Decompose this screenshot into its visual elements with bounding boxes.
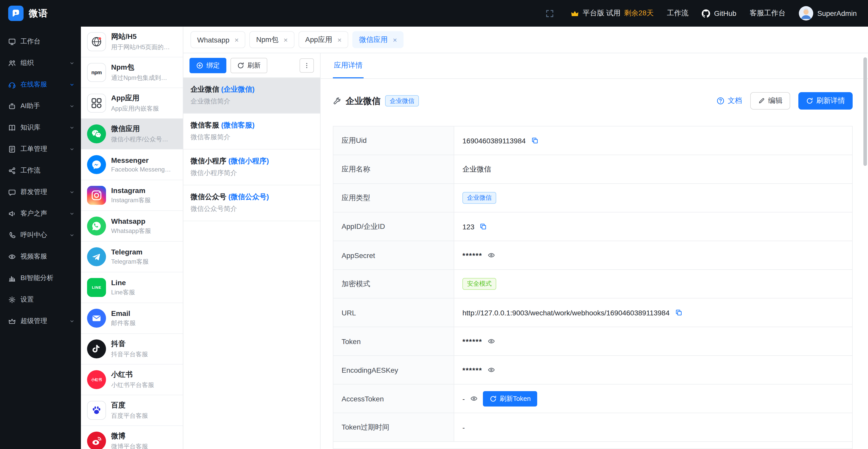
- agent-workbench-link[interactable]: 客服工作台: [750, 9, 785, 18]
- channel-name: Npm包: [111, 63, 167, 72]
- channel-item-website[interactable]: 网站/H5用于网站/H5页面的…: [81, 27, 183, 57]
- sidebar-item-online-service[interactable]: 在线客服: [0, 74, 81, 95]
- pencil-icon: [758, 97, 765, 104]
- top-bar: 微语 平台版 试用 剩余28天 工作流 GitHub 客服工作台: [0, 0, 868, 27]
- channel-name: 网站/H5: [111, 32, 170, 41]
- app-type: (微信公众号): [228, 193, 269, 201]
- detail-label: 加密模式: [333, 270, 454, 298]
- more-button[interactable]: [300, 58, 314, 72]
- user-menu[interactable]: SuperAdmin: [799, 6, 857, 21]
- chevron-down-icon: [69, 189, 75, 195]
- scrollbar[interactable]: [863, 57, 867, 166]
- refresh-icon: [806, 97, 813, 104]
- page-body: 工作台组织在线客服AI助手知识库工单管理工作流群发管理客户之声呼叫中心视频客服B…: [0, 27, 868, 449]
- app-logo[interactable]: 微语: [8, 6, 48, 21]
- xiaohongshu-icon: 小红书: [87, 370, 106, 389]
- detail-value: ******: [462, 366, 482, 374]
- app-list-item-wx-mp[interactable]: 微信公众号 (微信公众号)微信公众号简介: [183, 185, 320, 221]
- copy-icon[interactable]: [675, 309, 682, 316]
- sidebar-item-settings[interactable]: 设置: [0, 289, 81, 310]
- channel-item-whatsapp[interactable]: WhatsappWhatsapp客服: [81, 211, 183, 242]
- sidebar-item-video-service[interactable]: 视频客服: [0, 246, 81, 267]
- tab-close-icon[interactable]: ×: [338, 36, 342, 43]
- sidebar-item-ai-assistant[interactable]: AI助手: [0, 95, 81, 117]
- tab-app[interactable]: App应用×: [299, 31, 348, 48]
- instagram-icon: [87, 186, 106, 205]
- refresh-icon: [489, 395, 496, 402]
- detail-row-appsecret: AppSecret******: [333, 241, 852, 270]
- sidebar-item-ticket-management[interactable]: 工单管理: [0, 138, 81, 160]
- sidebar-item-bi-analytics[interactable]: BI智能分析: [0, 267, 81, 289]
- tab-close-icon[interactable]: ×: [235, 36, 239, 43]
- channel-desc: 用于网站/H5页面的…: [111, 43, 170, 52]
- tab-wechat[interactable]: 微信应用×: [352, 31, 404, 48]
- tab-label: App应用: [305, 35, 332, 44]
- sidebar-item-super-admin[interactable]: 超级管理: [0, 310, 81, 332]
- sidebar-item-organization[interactable]: 组织: [0, 52, 81, 74]
- detail-row-type: 应用类型企业微信: [333, 184, 852, 213]
- channel-item-line[interactable]: LINELineLine客服: [81, 272, 183, 303]
- refresh-detail-button[interactable]: 刷新详情: [798, 92, 852, 109]
- sidebar-item-label: 群发管理: [21, 187, 47, 197]
- channel-item-app[interactable]: App应用App应用内嵌客服: [81, 88, 183, 119]
- sidebar-item-broadcast-management[interactable]: 群发管理: [0, 181, 81, 203]
- trial-remaining: 剩余28天: [624, 9, 654, 18]
- sidebar-item-workbench[interactable]: 工作台: [0, 31, 81, 52]
- plus-circle-icon: [196, 62, 203, 69]
- channel-desc: Facebook Messeng…: [111, 166, 171, 173]
- eye-icon[interactable]: [470, 395, 477, 403]
- main-area: Whatsapp×Npm包×App应用×微信应用× 绑定 刷新: [183, 27, 868, 449]
- topbar-workflow-link[interactable]: 工作流: [667, 9, 688, 18]
- tab-npm[interactable]: Npm包×: [249, 31, 294, 48]
- trial-info[interactable]: 平台版 试用 剩余28天: [570, 9, 654, 18]
- tab-app-detail[interactable]: 应用详情: [333, 53, 364, 78]
- eye-icon[interactable]: [487, 251, 495, 259]
- sidebar-item-call-center[interactable]: 呼叫中心: [0, 224, 81, 246]
- eye-icon[interactable]: [487, 366, 495, 374]
- app-list-item-wx-mini[interactable]: 微信小程序 (微信小程序)微信小程序简介: [183, 150, 320, 185]
- channel-name: Whatsapp: [111, 217, 151, 225]
- npm-icon: npm: [87, 63, 106, 82]
- copy-icon[interactable]: [531, 137, 538, 145]
- tab-close-icon[interactable]: ×: [284, 36, 288, 43]
- app-icon: [87, 94, 106, 113]
- app-list-item-wxkf[interactable]: 微信客服 (微信客服)微信客服简介: [183, 114, 320, 150]
- channel-item-wechat[interactable]: 微信应用微信小程序/公众号…: [81, 119, 183, 150]
- app-list-toolbar: 绑定 刷新: [183, 53, 320, 78]
- tab-close-icon[interactable]: ×: [393, 36, 397, 43]
- channel-item-baidu[interactable]: 百度百度平台客服: [81, 395, 183, 426]
- channel-item-weibo[interactable]: 微博微博平台客服: [81, 426, 183, 449]
- channel-desc: Whatsapp客服: [111, 227, 151, 235]
- sidebar-item-knowledge-base[interactable]: 知识库: [0, 117, 81, 138]
- app-list-item-qywx[interactable]: 企业微信 (企业微信)企业微信简介: [183, 78, 320, 114]
- detail-value: ******: [462, 251, 482, 259]
- refresh-button[interactable]: 刷新: [230, 58, 267, 73]
- refresh-token-button[interactable]: 刷新Token: [483, 391, 537, 406]
- detail-table: 应用Uid1690460389113984应用名称企业微信应用类型企业微信App…: [333, 126, 852, 449]
- eye-icon[interactable]: [487, 338, 495, 345]
- tab-whatsapp[interactable]: Whatsapp×: [190, 31, 245, 48]
- trial-plan: 平台版 试用: [583, 9, 621, 18]
- edit-button[interactable]: 编辑: [750, 92, 790, 109]
- question-circle-icon: [716, 97, 724, 105]
- channel-item-telegram[interactable]: TelegramTelegram客服: [81, 242, 183, 272]
- channel-item-email[interactable]: Email邮件客服: [81, 303, 183, 334]
- channel-item-instagram[interactable]: InstagramInstagram客服: [81, 180, 183, 211]
- bind-button[interactable]: 绑定: [189, 58, 226, 73]
- wrench-icon: [333, 97, 341, 105]
- app-name: 微信小程序: [190, 157, 226, 165]
- doc-link[interactable]: 文档: [716, 96, 742, 105]
- sidebar-item-voice-of-customer[interactable]: 客户之声: [0, 203, 81, 224]
- copy-icon[interactable]: [479, 223, 487, 230]
- github-link[interactable]: GitHub: [702, 9, 736, 18]
- fullscreen-icon[interactable]: [546, 9, 554, 18]
- channel-item-messenger[interactable]: MessengerFacebook Messeng…: [81, 150, 183, 180]
- channel-name: 小红书: [111, 370, 154, 379]
- sidebar-item-workflow[interactable]: 工作流: [0, 160, 81, 181]
- channel-item-npm[interactable]: npmNpm包通过Npm包集成到…: [81, 57, 183, 88]
- channel-desc: 小红书平台客服: [111, 381, 154, 389]
- channel-desc: 微信小程序/公众号…: [111, 135, 168, 143]
- sidebar-item-label: 在线客服: [21, 80, 47, 89]
- channel-item-xiaohongshu[interactable]: 小红书小红书小红书平台客服: [81, 364, 183, 395]
- channel-item-douyin[interactable]: 抖音抖音平台客服: [81, 334, 183, 364]
